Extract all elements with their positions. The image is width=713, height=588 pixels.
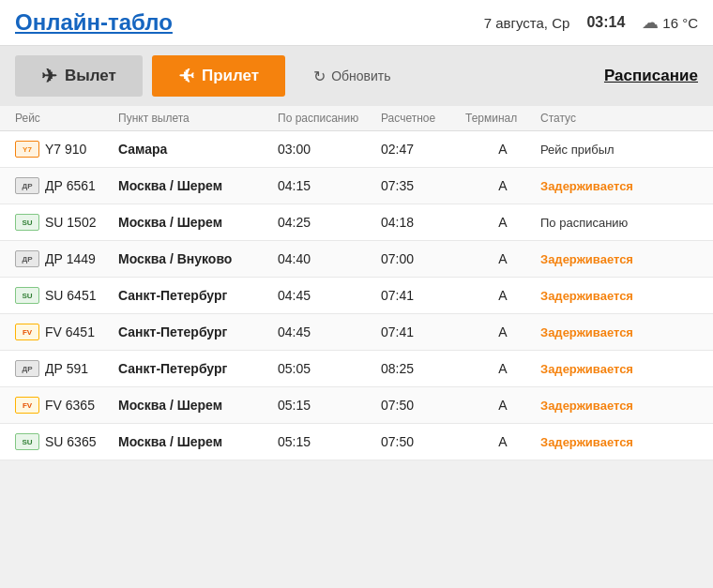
flight-status: Рейс прибыл: [540, 143, 698, 157]
departure-tab-label: Вылет: [65, 67, 116, 85]
temperature: 16 °С: [662, 15, 698, 31]
flight-scheduled: 03:00: [278, 142, 381, 157]
flight-origin: Санкт-Петербург: [118, 361, 278, 376]
flight-scheduled: 05:05: [278, 361, 381, 376]
flight-terminal: А: [465, 324, 540, 339]
flight-status: По расписанию: [540, 216, 698, 230]
flight-number: FV FV 6365: [15, 397, 118, 414]
flight-number: ДР ДР 591: [15, 360, 118, 377]
flight-origin: Санкт-Петербург: [118, 288, 278, 303]
flight-code: FV 6451: [45, 324, 95, 339]
flight-origin: Москва / Шерем: [118, 215, 278, 230]
airline-logo: SU: [15, 287, 39, 304]
flight-estimated: 07:41: [381, 288, 465, 303]
flight-estimated: 04:18: [381, 215, 465, 230]
flight-estimated: 07:50: [381, 434, 465, 449]
airline-logo: ДР: [15, 360, 39, 377]
flight-code: ДР 1449: [45, 251, 96, 266]
flight-estimated: 08:25: [381, 361, 465, 376]
airline-logo: FV: [15, 397, 39, 414]
col-scheduled: По расписанию: [278, 112, 381, 125]
flight-origin: Санкт-Петербург: [118, 324, 278, 339]
airline-logo: SU: [15, 433, 39, 450]
flight-estimated: 02:47: [381, 142, 465, 157]
flight-number: Y7 Y7 910: [15, 141, 118, 158]
col-estimated: Расчетное: [381, 112, 465, 125]
flight-scheduled: 04:45: [278, 324, 381, 339]
flight-code: SU 6365: [45, 434, 96, 449]
flights-body: Y7 Y7 910 Самара 03:00 02:47 А Рейс приб…: [0, 131, 713, 460]
col-flight: Рейс: [15, 112, 118, 125]
flight-terminal: А: [465, 434, 540, 449]
flight-code: SU 1502: [45, 215, 96, 230]
departure-plane-icon: ✈: [41, 65, 57, 87]
airline-logo: FV: [15, 324, 39, 340]
flight-estimated: 07:35: [381, 178, 465, 193]
table-row[interactable]: FV FV 6451 Санкт-Петербург 04:45 07:41 А…: [0, 314, 713, 351]
flight-terminal: А: [465, 361, 540, 376]
arrival-tab[interactable]: ✈ Прилет: [152, 55, 285, 97]
weather-icon: ☁: [642, 12, 659, 33]
table-row[interactable]: SU SU 6365 Москва / Шерем 05:15 07:50 А …: [0, 424, 713, 460]
col-terminal: Терминал: [465, 112, 540, 125]
flight-scheduled: 05:15: [278, 434, 381, 449]
flight-estimated: 07:41: [381, 324, 465, 339]
flight-status: Задерживается: [540, 362, 698, 376]
flight-scheduled: 04:45: [278, 288, 381, 303]
flight-status: Задерживается: [540, 289, 698, 303]
flight-number: SU SU 1502: [15, 214, 118, 231]
page-title[interactable]: Онлайн-табло: [15, 9, 484, 36]
table-row[interactable]: SU SU 6451 Санкт-Петербург 04:45 07:41 А…: [0, 278, 713, 314]
header-weather: ☁ 16 °С: [642, 12, 698, 33]
flight-terminal: А: [465, 178, 540, 193]
flight-terminal: А: [465, 142, 540, 157]
table-row[interactable]: FV FV 6365 Москва / Шерем 05:15 07:50 А …: [0, 387, 713, 424]
flight-origin: Москва / Шерем: [118, 398, 278, 413]
header-time: 03:14: [586, 14, 625, 31]
arrival-tab-label: Прилет: [202, 67, 259, 85]
tabs-row: ✈ Вылет ✈ Прилет ↻ Обновить Расписание: [0, 46, 713, 106]
flight-scheduled: 05:15: [278, 398, 381, 413]
table-row[interactable]: ДР ДР 591 Санкт-Петербург 05:05 08:25 А …: [0, 351, 713, 387]
flight-status: Задерживается: [540, 252, 698, 266]
table-row[interactable]: ДР ДР 6561 Москва / Шерем 04:15 07:35 А …: [0, 168, 713, 204]
flight-origin: Москва / Внуково: [118, 251, 278, 266]
flight-origin: Москва / Шерем: [118, 434, 278, 449]
flight-code: Y7 910: [45, 142, 86, 157]
flights-table: Рейс Пункт вылета По расписанию Расчетно…: [0, 106, 713, 460]
flight-code: ДР 591: [45, 361, 88, 376]
airline-logo: SU: [15, 214, 39, 231]
schedule-link[interactable]: Расписание: [604, 67, 698, 85]
flight-scheduled: 04:40: [278, 251, 381, 266]
departure-tab[interactable]: ✈ Вылет: [15, 55, 143, 97]
flight-scheduled: 04:25: [278, 215, 381, 230]
flight-terminal: А: [465, 398, 540, 413]
flight-status: Задерживается: [540, 399, 698, 413]
col-origin: Пункт вылета: [118, 112, 278, 125]
flight-origin: Самара: [118, 142, 278, 157]
flight-code: FV 6365: [45, 398, 95, 413]
flight-code: ДР 6561: [45, 178, 96, 193]
table-row[interactable]: Y7 Y7 910 Самара 03:00 02:47 А Рейс приб…: [0, 131, 713, 168]
refresh-button[interactable]: ↻ Обновить: [313, 68, 390, 85]
flight-status: Задерживается: [540, 435, 698, 449]
flight-status: Задерживается: [540, 179, 698, 193]
flight-terminal: А: [465, 215, 540, 230]
flight-terminal: А: [465, 288, 540, 303]
flight-estimated: 07:00: [381, 251, 465, 266]
col-status: Статус: [540, 112, 698, 125]
flight-scheduled: 04:15: [278, 178, 381, 193]
airline-logo: ДР: [15, 177, 39, 194]
header-info: 7 августа, Ср 03:14 ☁ 16 °С: [484, 12, 698, 33]
flight-number: FV FV 6451: [15, 324, 118, 340]
refresh-icon: ↻: [313, 68, 326, 85]
table-row[interactable]: ДР ДР 1449 Москва / Внуково 04:40 07:00 …: [0, 241, 713, 278]
flight-status: Задерживается: [540, 325, 698, 339]
header-date: 7 августа, Ср: [484, 15, 570, 31]
table-row[interactable]: SU SU 1502 Москва / Шерем 04:25 04:18 А …: [0, 204, 713, 241]
flight-number: ДР ДР 1449: [15, 250, 118, 267]
flight-origin: Москва / Шерем: [118, 178, 278, 193]
flight-number: ДР ДР 6561: [15, 177, 118, 194]
header: Онлайн-табло 7 августа, Ср 03:14 ☁ 16 °С: [0, 0, 713, 46]
flight-estimated: 07:50: [381, 398, 465, 413]
